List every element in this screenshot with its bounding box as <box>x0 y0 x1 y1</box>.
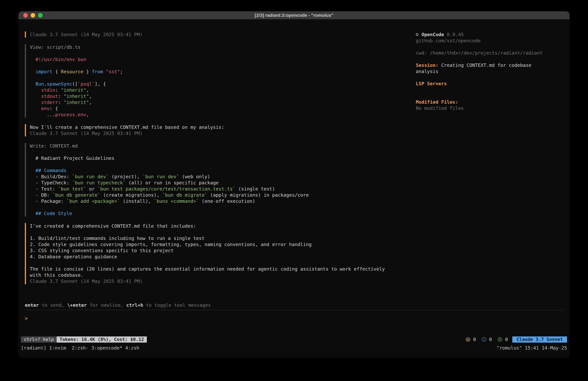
tmux-windows-list[interactable]: [radiant] 1:nvim 2:zsh- 3:opencode* 4:zs… <box>21 345 139 351</box>
text-line: stderr: "inherit", <box>30 99 401 105</box>
text-line: - Build/Dev: `bun run dev` (project), `b… <box>30 174 401 180</box>
model-badge[interactable]: Claude 3.7 Sonnet <box>512 336 567 343</box>
tool-write-block: Write: CONTEXT.md # Radiant Project Guid… <box>25 143 401 217</box>
text-line: #!/usr/bin/env bun <box>30 56 401 63</box>
help-shortcut-badge[interactable]: ctrl+? help <box>21 336 57 343</box>
close-button[interactable] <box>23 13 28 18</box>
terminal-screen: Claude 3.7 Sonnet (14 May 2025 03:41 PM)… <box>18 20 570 358</box>
text-line <box>416 93 563 99</box>
text-line: Bun.spawnSync([`psql`], { <box>30 81 401 87</box>
text-line: github.com/sst/opencode <box>416 38 563 44</box>
text-line: # Radiant Project Guidelines <box>30 155 401 161</box>
text-line: 3. CSS styling conventions specific to t… <box>30 247 401 254</box>
text-line: with this codebase. <box>30 272 401 278</box>
text-line: ## Commands <box>30 167 401 174</box>
tokens-cost-badge: Tokens: 16.4K (8%), Cost: $0.12 <box>57 336 147 343</box>
text-line <box>30 50 401 56</box>
text-line: cwd: /home/thdxr/dev/projects/radiant/ra… <box>416 50 563 56</box>
text-line: ## Code Style <box>30 210 401 217</box>
text-line: View: script/db.ts <box>30 44 401 50</box>
window-controls <box>23 11 42 19</box>
text-line: © OpenCode 0.0.45 <box>416 31 563 38</box>
chat-input[interactable]: > <box>25 315 563 321</box>
text-line: - TypeCheck: `bun run typecheck` (all) o… <box>30 180 401 186</box>
prompt-symbol: > <box>25 316 28 321</box>
text-line <box>30 149 401 155</box>
assistant-header-block: Claude 3.7 Sonnet (14 May 2025 03:41 PM) <box>25 31 401 38</box>
text-line: I've created a comprehensive CONTEXT.md … <box>30 223 401 229</box>
text-line: analysis <box>416 68 563 74</box>
assistant-message-block: Now I'll create a comprehensive CONTEXT.… <box>25 124 401 136</box>
text-line: env: { <box>30 105 401 112</box>
text-line: LSP Servers <box>416 81 563 87</box>
terminal-window: [2/3] radiant:3:opencode - "romulus" Cla… <box>18 11 570 358</box>
text-line <box>416 74 563 81</box>
chat-log: Claude 3.7 Sonnet (14 May 2025 03:41 PM)… <box>25 31 401 291</box>
text-line <box>30 204 401 210</box>
text-line: 4. Database operations guidance <box>30 254 401 260</box>
status-bar: ctrl+? help Tokens: 16.4K (8%), Cost: $0… <box>21 336 567 343</box>
tmux-session-clock: "romulus" 15:41 14-May-25 <box>497 345 567 351</box>
assistant-summary-block: I've created a comprehensive CONTEXT.md … <box>25 223 401 284</box>
text-line: Claude 3.7 Sonnet (14 May 2025 03:41 PM) <box>30 130 401 136</box>
text-line: Claude 3.7 Sonnet (14 May 2025 03:41 PM) <box>30 278 401 284</box>
tmux-status-bar: [radiant] 1:nvim 2:zsh- 3:opencode* 4:zs… <box>21 345 567 351</box>
text-line <box>30 63 401 69</box>
text-line: No modified files <box>416 105 563 111</box>
text-line <box>30 161 401 167</box>
keybind-help-line: enter to send, \+enter for newline, ctrl… <box>25 302 563 308</box>
text-line: Write: CONTEXT.md <box>30 143 401 149</box>
text-line <box>30 229 401 235</box>
text-line: import { Resource } from "sst"; <box>30 69 401 75</box>
text-line: - Test: `bun test` or `bun test packages… <box>30 186 401 192</box>
text-line <box>30 75 401 81</box>
text-line: The file is concise (20 lines) and captu… <box>30 266 401 272</box>
text-line: enter to send, \+enter for newline, ctrl… <box>25 302 563 308</box>
minimize-button[interactable] <box>31 13 35 18</box>
text-line <box>416 44 563 50</box>
text-line: 2. Code style guidelines covering import… <box>30 241 401 247</box>
text-line: Claude 3.7 Sonnet (14 May 2025 03:41 PM) <box>30 31 401 38</box>
session-sidebar: © OpenCode 0.0.45github.com/sst/opencode… <box>416 31 563 291</box>
text-line: - DB: `bun db generate` (create migratio… <box>30 192 401 198</box>
text-line: 1. Build/lint/test commands including ho… <box>30 235 401 241</box>
text-line: Session: Creating CONTEXT.md for codebas… <box>416 62 563 68</box>
opencode-top-region: Claude 3.7 Sonnet (14 May 2025 03:41 PM)… <box>25 31 563 291</box>
text-line: - Package: `bun add <package>` (install)… <box>30 198 401 204</box>
input-divider <box>25 310 563 310</box>
text-line <box>30 260 401 266</box>
text-line: stdin: "inherit", <box>30 87 401 93</box>
window-titlebar[interactable]: [2/3] radiant:3:opencode - "romulus" <box>18 11 570 20</box>
zoom-button[interactable] <box>38 13 42 18</box>
text-line <box>416 87 563 93</box>
text-line: Ⓦ 0 ⓘ 0 ⓗ 0 <box>466 336 508 343</box>
window-title: [2/3] radiant:3:opencode - "romulus" <box>255 13 333 18</box>
diagnostics-counters: Ⓦ 0 ⓘ 0 ⓗ 0 <box>466 336 508 343</box>
text-line: Now I'll create a comprehensive CONTEXT.… <box>30 124 401 130</box>
text-line <box>416 56 563 62</box>
text-line: ...process.env, <box>30 112 401 118</box>
status-right-group: Ⓦ 0 ⓘ 0 ⓗ 0 Claude 3.7 Sonnet <box>466 336 567 343</box>
text-line: Modified Files: <box>416 99 563 105</box>
tool-view-block: View: script/db.ts #!/usr/bin/env bun im… <box>25 44 401 118</box>
text-line: stdout: "inherit", <box>30 93 401 99</box>
